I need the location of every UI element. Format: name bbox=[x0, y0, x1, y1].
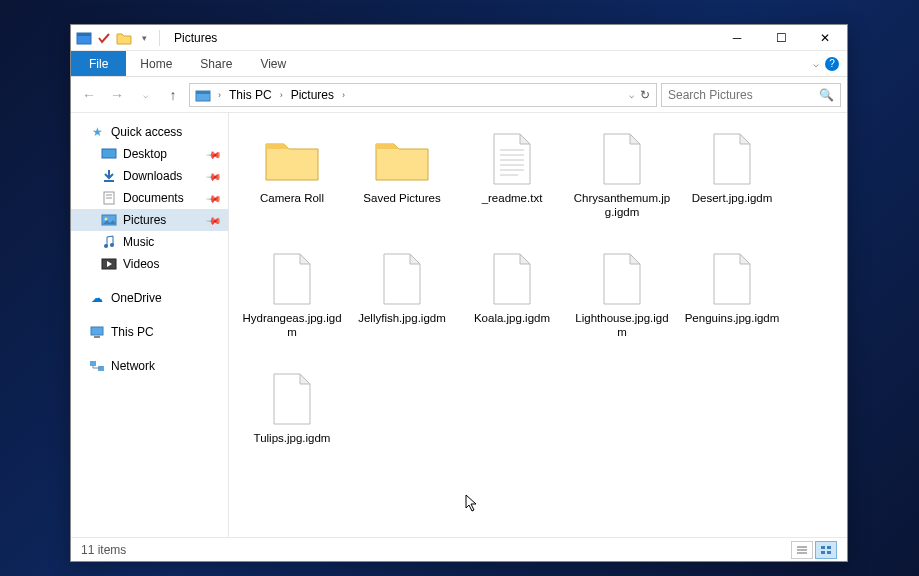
sidebar-label: OneDrive bbox=[111, 291, 162, 305]
refresh-icon[interactable]: ↻ bbox=[640, 88, 650, 102]
content-area[interactable]: Camera RollSaved Pictures_readme.txtChry… bbox=[229, 113, 847, 537]
svg-rect-3 bbox=[196, 91, 210, 94]
star-icon: ★ bbox=[89, 124, 105, 140]
svg-rect-26 bbox=[821, 546, 825, 549]
sidebar-item-label: Desktop bbox=[123, 147, 167, 161]
chevron-right-icon[interactable]: › bbox=[214, 90, 225, 100]
explorer-window: ▾ Pictures ─ ☐ ✕ File Home Share View ⌵ … bbox=[70, 24, 848, 562]
item-label: Camera Roll bbox=[260, 191, 324, 205]
file-item[interactable]: Chrysanthemum.jpg.igdm bbox=[567, 125, 677, 245]
titlebar: ▾ Pictures ─ ☐ ✕ bbox=[71, 25, 847, 51]
window-title: Pictures bbox=[174, 31, 217, 45]
address-bar[interactable]: › This PC › Pictures › ⌵ ↻ bbox=[189, 83, 657, 107]
sidebar-network[interactable]: Network bbox=[71, 355, 228, 377]
sidebar-item-label: Downloads bbox=[123, 169, 182, 183]
sidebar-item-label: Music bbox=[123, 235, 154, 249]
sidebar-item-label: Documents bbox=[123, 191, 184, 205]
app-icon bbox=[75, 29, 93, 47]
svg-rect-29 bbox=[827, 551, 831, 554]
file-item[interactable]: Hydrangeas.jpg.igdm bbox=[237, 245, 347, 365]
item-label: _readme.txt bbox=[482, 191, 543, 205]
svg-rect-27 bbox=[827, 546, 831, 549]
folder-icon bbox=[260, 131, 324, 187]
file-menu[interactable]: File bbox=[71, 51, 126, 76]
svg-rect-14 bbox=[94, 336, 100, 338]
details-view-button[interactable] bbox=[791, 541, 813, 559]
back-button[interactable]: ← bbox=[77, 83, 101, 107]
file-icon bbox=[480, 251, 544, 307]
qat-properties-icon[interactable] bbox=[95, 29, 113, 47]
folder-item[interactable]: Saved Pictures bbox=[347, 125, 457, 245]
maximize-button[interactable]: ☐ bbox=[759, 25, 803, 51]
sidebar-item-pictures[interactable]: Pictures📌 bbox=[71, 209, 228, 231]
qat-dropdown-icon[interactable]: ▾ bbox=[135, 29, 153, 47]
search-icon[interactable]: 🔍 bbox=[819, 88, 834, 102]
icons-view-button[interactable] bbox=[815, 541, 837, 559]
item-label: Lighthouse.jpg.igdm bbox=[572, 311, 672, 340]
pin-icon: 📌 bbox=[206, 212, 222, 228]
tab-home[interactable]: Home bbox=[126, 51, 186, 76]
ribbon: File Home Share View ⌵ ? bbox=[71, 51, 847, 77]
sidebar-item-videos[interactable]: Videos bbox=[71, 253, 228, 275]
item-label: Chrysanthemum.jpg.igdm bbox=[572, 191, 672, 220]
qat-folder-icon[interactable] bbox=[115, 29, 133, 47]
breadcrumb-pictures[interactable]: Pictures bbox=[287, 88, 338, 102]
svg-rect-15 bbox=[90, 361, 96, 366]
folder-item[interactable]: Camera Roll bbox=[237, 125, 347, 245]
location-icon bbox=[194, 86, 212, 104]
sidebar-item-documents[interactable]: Documents📌 bbox=[71, 187, 228, 209]
sidebar-item-label: Videos bbox=[123, 257, 159, 271]
up-button[interactable]: ↑ bbox=[161, 83, 185, 107]
pin-icon: 📌 bbox=[206, 190, 222, 206]
sidebar-label: This PC bbox=[111, 325, 154, 339]
file-item[interactable]: Lighthouse.jpg.igdm bbox=[567, 245, 677, 365]
close-button[interactable]: ✕ bbox=[803, 25, 847, 51]
videos-icon bbox=[101, 256, 117, 272]
minimize-button[interactable]: ─ bbox=[715, 25, 759, 51]
sidebar-item-label: Pictures bbox=[123, 213, 166, 227]
sidebar-thispc[interactable]: This PC bbox=[71, 321, 228, 343]
desktop-icon bbox=[101, 146, 117, 162]
file-item[interactable]: _readme.txt bbox=[457, 125, 567, 245]
sidebar-label: Quick access bbox=[111, 125, 182, 139]
search-box[interactable]: 🔍 bbox=[661, 83, 841, 107]
search-input[interactable] bbox=[668, 88, 819, 102]
navbar: ← → ⌵ ↑ › This PC › Pictures › ⌵ ↻ 🔍 bbox=[71, 77, 847, 113]
chevron-right-icon[interactable]: › bbox=[338, 90, 349, 100]
sidebar: ★ Quick access Desktop📌Downloads📌Documen… bbox=[71, 113, 229, 537]
file-icon bbox=[700, 131, 764, 187]
svg-rect-1 bbox=[77, 33, 91, 36]
file-icon bbox=[260, 371, 324, 427]
sidebar-quick-access[interactable]: ★ Quick access bbox=[71, 121, 228, 143]
item-count: 11 items bbox=[81, 543, 126, 557]
svg-rect-28 bbox=[821, 551, 825, 554]
file-item[interactable]: Jellyfish.jpg.igdm bbox=[347, 245, 457, 365]
file-item[interactable]: Koala.jpg.igdm bbox=[457, 245, 567, 365]
chevron-right-icon[interactable]: › bbox=[276, 90, 287, 100]
file-item[interactable]: Tulips.jpg.igdm bbox=[237, 365, 347, 485]
folder-icon bbox=[370, 131, 434, 187]
pin-icon: 📌 bbox=[206, 168, 222, 184]
item-label: Penguins.jpg.igdm bbox=[685, 311, 780, 325]
file-item[interactable]: Penguins.jpg.igdm bbox=[677, 245, 787, 365]
item-label: Tulips.jpg.igdm bbox=[254, 431, 331, 445]
music-icon bbox=[101, 234, 117, 250]
file-item[interactable]: Desert.jpg.igdm bbox=[677, 125, 787, 245]
address-dropdown-icon[interactable]: ⌵ bbox=[629, 90, 634, 100]
item-label: Desert.jpg.igdm bbox=[692, 191, 773, 205]
tab-view[interactable]: View bbox=[246, 51, 300, 76]
help-icon[interactable]: ? bbox=[825, 57, 839, 71]
tab-share[interactable]: Share bbox=[186, 51, 246, 76]
network-icon bbox=[89, 358, 105, 374]
documents-icon bbox=[101, 190, 117, 206]
ribbon-expand-icon[interactable]: ⌵ bbox=[813, 58, 819, 69]
recent-dropdown-icon[interactable]: ⌵ bbox=[133, 83, 157, 107]
sidebar-onedrive[interactable]: ☁ OneDrive bbox=[71, 287, 228, 309]
sidebar-item-desktop[interactable]: Desktop📌 bbox=[71, 143, 228, 165]
sidebar-item-downloads[interactable]: Downloads📌 bbox=[71, 165, 228, 187]
breadcrumb-thispc[interactable]: This PC bbox=[225, 88, 276, 102]
file-icon bbox=[370, 251, 434, 307]
forward-button[interactable]: → bbox=[105, 83, 129, 107]
sidebar-item-music[interactable]: Music bbox=[71, 231, 228, 253]
computer-icon bbox=[89, 324, 105, 340]
